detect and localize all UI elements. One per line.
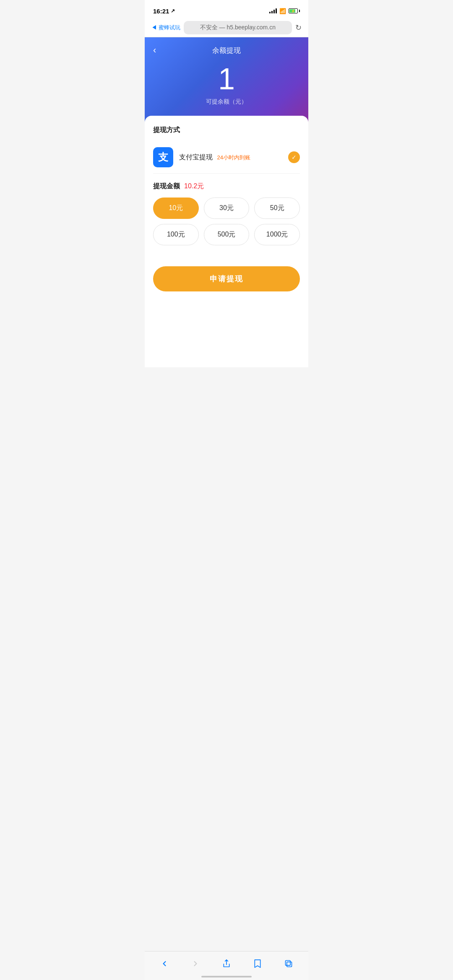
submit-button[interactable]: 申请提现 <box>153 266 300 291</box>
payment-method-row[interactable]: 支 支付宝提现 24小时内到账 ✓ <box>153 141 300 174</box>
alipay-symbol: 支 <box>158 151 168 164</box>
payment-note: 24小时内到账 <box>217 154 250 161</box>
url-bar[interactable]: 不安全 — h5.beeplay.com.cn <box>184 21 292 34</box>
amount-option-6[interactable]: 1000元 <box>254 224 300 245</box>
browser-nav: ◀ 蜜蜂试玩 不安全 — h5.beeplay.com.cn ↻ <box>145 18 308 37</box>
main-content: 提现方式 支 支付宝提现 24小时内到账 ✓ 提现金额 10.2元 10元30元… <box>145 116 308 367</box>
page-header: ‹ 余额提现 1 可提余额（元） <box>145 37 308 122</box>
payment-section-title: 提现方式 <box>153 126 300 135</box>
refresh-button[interactable]: ↻ <box>295 23 302 32</box>
amount-section: 提现金额 10.2元 10元30元50元100元500元1000元 <box>153 182 300 245</box>
amount-current-value: 10.2元 <box>184 182 204 191</box>
browser-back-button[interactable]: ◀ 蜜蜂试玩 <box>151 24 180 31</box>
back-button[interactable]: ‹ <box>153 45 156 56</box>
balance-label: 可提余额（元） <box>153 98 300 106</box>
status-time: 16:21 ↗ <box>153 8 175 15</box>
amount-option-5[interactable]: 500元 <box>204 224 250 245</box>
status-icons: 📶 ⚡ <box>269 8 300 14</box>
status-bar: 16:21 ↗ 📶 ⚡ <box>145 0 308 18</box>
amount-section-title: 提现金额 <box>153 182 180 191</box>
payment-name: 支付宝提现 <box>179 153 213 161</box>
amount-option-3[interactable]: 50元 <box>254 198 300 219</box>
signal-icon <box>269 8 277 13</box>
page-title: 余额提现 <box>153 46 300 55</box>
amount-header: 提现金额 10.2元 <box>153 182 300 191</box>
location-icon: ↗ <box>171 8 175 14</box>
wifi-icon: 📶 <box>279 8 286 14</box>
selected-check-icon: ✓ <box>288 151 300 163</box>
battery-icon: ⚡ <box>289 8 300 13</box>
amount-option-2[interactable]: 30元 <box>204 198 250 219</box>
amount-option-4[interactable]: 100元 <box>153 224 199 245</box>
amount-grid: 10元30元50元100元500元1000元 <box>153 198 300 245</box>
url-text: 不安全 — h5.beeplay.com.cn <box>200 24 276 31</box>
alipay-icon: 支 <box>153 147 173 167</box>
balance-amount: 1 <box>153 64 300 94</box>
amount-option-1[interactable]: 10元 <box>153 198 199 219</box>
payment-info: 支付宝提现 24小时内到账 <box>179 153 288 162</box>
